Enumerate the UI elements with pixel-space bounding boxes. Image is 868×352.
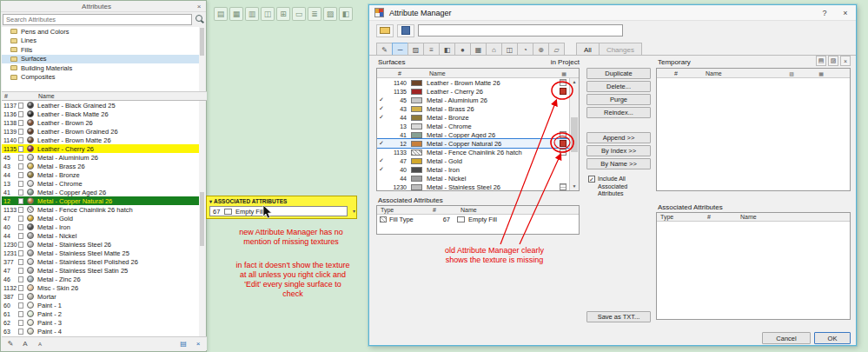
- surface-list-scrollbar[interactable]: [199, 101, 205, 337]
- collapse-icon[interactable]: ▾: [209, 198, 212, 204]
- font-decrease-icon[interactable]: A: [35, 339, 45, 349]
- tree-scrollbar[interactable]: [199, 27, 205, 91]
- column-name[interactable]: Name: [706, 70, 722, 76]
- background-toolbar-icon[interactable]: ≣: [308, 7, 321, 21]
- column-name[interactable]: Name: [461, 207, 477, 213]
- associated-attribute-row[interactable]: Fill Type 67 Empty Fill: [377, 215, 579, 224]
- reindex-button[interactable]: Reindex...: [586, 107, 651, 118]
- open-attribute-file-button[interactable]: [376, 24, 394, 37]
- tab-zone-categories[interactable]: ⌂: [486, 43, 502, 56]
- background-toolbar-icon[interactable]: ▭: [292, 7, 306, 21]
- include-all-checkbox[interactable]: ✓ Include All Associated Attributes: [588, 176, 651, 198]
- close-icon[interactable]: ×: [835, 9, 856, 17]
- new-attribute-icon[interactable]: ▤: [178, 339, 189, 349]
- project-surface-row[interactable]: ✓12Metal - Copper Natural 26: [377, 139, 569, 148]
- new-list-icon[interactable]: ▤: [816, 56, 826, 66]
- font-increase-icon[interactable]: A: [20, 339, 30, 349]
- duplicate-button[interactable]: Duplicate: [586, 68, 651, 79]
- clear-list-icon[interactable]: ×: [840, 56, 851, 66]
- column-name[interactable]: Name: [429, 70, 446, 76]
- background-toolbar-icon[interactable]: ▤: [214, 7, 228, 21]
- surface-row[interactable]: 62Paint - 3: [2, 318, 201, 327]
- surface-row[interactable]: 60Paint - 1: [2, 301, 201, 309]
- project-surface-row[interactable]: 1140Leather - Brown Matte 26: [377, 78, 569, 87]
- project-surface-row[interactable]: ✓40Metal - Iron: [377, 165, 569, 174]
- surface-row[interactable]: 43Metal - Brass 26: [2, 162, 201, 170]
- delete-button[interactable]: Delete...: [586, 81, 651, 92]
- attribute-file-field[interactable]: [418, 24, 623, 37]
- surface-row[interactable]: 44Metal - Nickel: [2, 231, 201, 240]
- column-type[interactable]: Type: [381, 207, 394, 213]
- checkbox-check-icon[interactable]: ✓: [588, 176, 595, 183]
- column-number[interactable]: #: [433, 207, 436, 213]
- surface-row[interactable]: 1136Leather - Black Matte 26: [2, 110, 201, 118]
- column-name[interactable]: Name: [740, 214, 757, 220]
- surface-row[interactable]: 45Metal - Aluminium 26: [2, 153, 201, 162]
- save-attribute-file-button[interactable]: [397, 24, 414, 37]
- column-number[interactable]: #: [707, 214, 711, 220]
- surface-row[interactable]: 1132Misc - Skin 26: [2, 283, 201, 292]
- tab-mep-systems[interactable]: ⊕: [533, 43, 549, 56]
- project-surface-row[interactable]: ✓47Metal - Gold: [377, 156, 569, 165]
- column-number[interactable]: #: [2, 93, 19, 99]
- surface-row[interactable]: 1140Leather - Brown Matte 26: [2, 136, 201, 144]
- by-index-button[interactable]: By Index >>: [586, 145, 651, 156]
- tab-operation-profiles[interactable]: ◔: [517, 43, 533, 56]
- ok-button[interactable]: OK: [814, 332, 851, 344]
- surface-row[interactable]: 1230Metal - Stainless Steel 26: [2, 240, 201, 249]
- scroll-up-icon[interactable]: ▲: [570, 78, 579, 86]
- column-type[interactable]: Type: [660, 214, 673, 220]
- project-surface-row[interactable]: ✓45Metal - Aluminium 26: [377, 96, 569, 104]
- associated-attribute-row[interactable]: 67 Empty Fill: [209, 206, 348, 216]
- surface-row[interactable]: 13Metal - Chrome: [2, 179, 201, 188]
- help-icon[interactable]: ?: [814, 9, 835, 17]
- tree-item-composites[interactable]: Composites: [2, 73, 201, 83]
- tree-item-fills[interactable]: Fills: [2, 45, 201, 55]
- project-surface-row[interactable]: ✓43Metal - Brass 26: [377, 104, 569, 113]
- tree-item-building-materials[interactable]: Building Materials: [2, 63, 201, 73]
- search-input[interactable]: [3, 14, 192, 25]
- surface-row[interactable]: 1231Metal - Stainless Steel Matte 25: [2, 249, 201, 257]
- surface-row[interactable]: 377Metal - Stainless Steel Polished 26: [2, 257, 201, 266]
- surface-row[interactable]: 44Metal - Bronze: [2, 170, 201, 179]
- scrollbar-thumb[interactable]: [200, 28, 204, 56]
- surface-row[interactable]: 1137Leather - Black Grained 25: [2, 101, 201, 110]
- tab-building-materials[interactable]: ▦: [470, 43, 487, 56]
- background-toolbar-icon[interactable]: ◧: [339, 7, 353, 21]
- by-name-button[interactable]: By Name >>: [586, 158, 651, 169]
- surface-row[interactable]: 40Metal - Iron: [2, 222, 201, 231]
- surface-row[interactable]: 47Metal - Stainless Steel Satin 25: [2, 266, 201, 275]
- surface-row[interactable]: 1135Leather - Cherry 26: [2, 144, 201, 153]
- surface-row[interactable]: 12Metal - Copper Natural 26: [2, 196, 201, 205]
- surface-row[interactable]: 1138Leather - Brown 26: [2, 118, 201, 127]
- tab-layers[interactable]: ▱: [548, 43, 565, 56]
- surface-row[interactable]: 61Paint - 2: [2, 309, 201, 318]
- surface-row[interactable]: 41Metal - Copper Aged 26: [2, 188, 201, 196]
- background-toolbar-icon[interactable]: ◫: [261, 7, 275, 21]
- tree-item-pens-and-colors[interactable]: Pens and Colors: [2, 27, 201, 37]
- tab-all[interactable]: All: [576, 43, 600, 56]
- scrollbar-thumb[interactable]: [200, 192, 204, 246]
- background-toolbar-icon[interactable]: ⊞: [276, 7, 290, 21]
- surface-row[interactable]: 63Paint - 4: [2, 327, 201, 335]
- popup-header[interactable]: ▾ ASSOCIATED ATTRIBUTES: [207, 196, 356, 205]
- scroll-down-icon[interactable]: ▼: [570, 183, 579, 190]
- tab-profiles[interactable]: ◫: [501, 43, 518, 56]
- purge-button[interactable]: Purge: [586, 94, 651, 105]
- project-surface-row[interactable]: 1135Leather - Cherry 26: [377, 87, 569, 96]
- surface-row[interactable]: 46Metal - Zinc 26: [2, 275, 201, 283]
- tab-fill-types[interactable]: ▨: [407, 43, 424, 56]
- project-surface-row[interactable]: 1230Metal - Stainless Steel 26: [377, 183, 569, 190]
- chevron-down-icon[interactable]: ▾: [353, 208, 355, 214]
- dialog-titlebar[interactable]: Attribute Manager ? ×: [369, 5, 856, 21]
- delete-attribute-icon[interactable]: ×: [193, 339, 203, 349]
- tab-surfaces[interactable]: ●: [454, 43, 471, 56]
- scrollbar-thumb[interactable]: [571, 117, 578, 152]
- append-button[interactable]: Append >>: [586, 132, 651, 143]
- background-toolbar-icon[interactable]: ▨: [323, 7, 337, 21]
- fill-list-icon[interactable]: ▨: [828, 56, 838, 66]
- surface-row[interactable]: 387Mortar: [2, 292, 201, 301]
- project-surface-row[interactable]: 1133Metal - Fence Chainlink 26 hatch: [377, 148, 569, 156]
- surface-row[interactable]: 1139Leather - Brown Grained 26: [2, 127, 201, 136]
- project-surface-row[interactable]: 13Metal - Chrome: [377, 122, 569, 130]
